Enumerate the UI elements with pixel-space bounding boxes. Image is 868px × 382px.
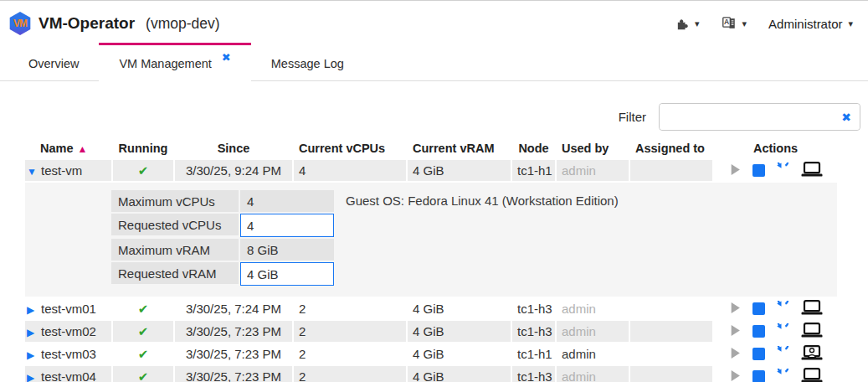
stop-icon [752,370,765,382]
filter-label: Filter [619,110,646,124]
stop-button[interactable] [752,325,765,338]
stop-button[interactable] [752,370,765,382]
assigned-to-value [630,366,712,382]
tab-message-log[interactable]: Message Log [251,43,364,81]
expand-icon[interactable]: ▶ [27,304,41,316]
table-row: ▶test-vm04 ✔ 3/30/25, 7:23 PM 2 4 GiB tc… [25,366,837,382]
column-header-used-by[interactable]: Used by [557,138,629,158]
column-header-node[interactable]: Node [512,138,555,158]
expand-icon[interactable]: ▶ [27,372,41,382]
used-by-value: admin [557,321,629,342]
vcpus-value: 4 [294,160,406,181]
stop-button[interactable] [752,302,765,315]
sort-ascending-icon: ▲ [78,143,88,155]
expand-icon[interactable]: ▶ [27,327,41,338]
caret-down-icon: ▾ [695,18,700,29]
app-title: VM-Operator [39,14,135,33]
expand-icon[interactable]: ▶ [27,349,41,361]
vm-management-panel: Filter ✖ Name▲ Running Since Cur [0,103,868,382]
console-button[interactable] [801,300,823,317]
tab-vm-management[interactable]: VM Management ✖ [99,43,250,81]
reset-icon [776,369,790,382]
since-value: 3/30/25, 7:24 PM [175,298,292,319]
reset-icon [776,346,790,363]
vcpus-value: 2 [294,343,406,364]
reset-button[interactable] [776,163,790,179]
table-header-row: Name▲ Running Since Current vCPUs Curren… [25,138,837,158]
filter-box: ✖ [659,103,860,131]
console-button[interactable] [801,368,823,382]
stop-icon [752,348,765,360]
caret-down-icon: ▾ [848,18,853,29]
since-value: 3/30/25, 7:23 PM [175,343,292,364]
guest-os-label: Guest OS: Fedora Linux 41 (Workstation E… [346,194,619,208]
play-icon [729,163,742,178]
tab-overview-label: Overview [28,57,79,70]
running-check-icon: ✔ [138,369,149,382]
column-header-running[interactable]: Running [113,138,173,158]
requested-vcpus-input[interactable] [240,214,334,237]
clear-icon[interactable]: ✖ [841,111,851,123]
tab-overview[interactable]: Overview [8,43,99,81]
caret-down-icon: ▾ [742,18,747,29]
play-icon [729,369,742,382]
reset-button[interactable] [776,346,790,363]
language-menu[interactable]: A ▾ [722,16,747,31]
start-button[interactable] [729,302,742,317]
used-by-value: admin [557,343,629,364]
console-icon [801,300,823,317]
console-user-icon [801,345,823,363]
reset-button[interactable] [776,301,790,317]
running-check-icon: ✔ [138,324,149,338]
column-header-since[interactable]: Since [175,138,292,158]
stop-button[interactable] [752,348,765,360]
start-button[interactable] [729,324,742,339]
app-logo-icon: VM [8,12,32,35]
node-value: tc1-h1 [512,160,555,181]
close-icon[interactable]: ✖ [222,51,231,64]
reset-icon [776,323,790,340]
vm-detail-row: Maximum vCPUs 4 Requested vCPUs Maximum … [25,183,837,297]
table-row: ▶test-vm03 ✔ 3/30/25, 7:23 PM 2 4 GiB tc… [25,343,837,364]
column-header-current-vcpus[interactable]: Current vCPUs [294,138,406,158]
column-header-name[interactable]: Name▲ [25,138,111,158]
user-menu[interactable]: Administrator ▾ [768,17,853,31]
vm-name: test-vm01 [41,302,96,316]
node-value: tc1-h3 [512,366,555,382]
start-button[interactable] [729,347,742,362]
reset-icon [776,301,790,317]
reset-button[interactable] [776,369,790,382]
requested-vram-input[interactable] [240,262,334,286]
assigned-to-value [630,160,712,181]
app-window: VM VM-Operator (vmop-dev) ▾ [0,0,868,382]
table-row: ▶test-vm01 ✔ 3/30/25, 7:24 PM 2 4 GiB tc… [25,298,837,319]
vcpus-value: 2 [294,321,406,342]
console-button[interactable] [801,345,823,363]
since-value: 3/30/25, 9:24 PM [175,160,292,181]
vm-name: test-vm03 [41,347,96,361]
console-button[interactable] [801,162,823,179]
collapse-icon[interactable]: ▼ [27,166,41,178]
tab-vm-management-label: VM Management [119,57,211,70]
stop-icon [752,325,765,338]
assigned-to-value [630,321,712,342]
start-button[interactable] [729,163,742,178]
start-button[interactable] [729,369,742,382]
filter-input[interactable] [660,104,860,130]
console-icon [801,162,823,179]
console-icon [801,368,823,382]
vram-value: 4 GiB [408,160,511,181]
components-menu[interactable]: ▾ [675,17,700,31]
vram-value: 4 GiB [408,298,511,319]
column-header-current-vram[interactable]: Current vRAM [408,138,511,158]
filter-row: Filter ✖ [0,103,860,131]
since-value: 3/30/25, 7:23 PM [175,321,292,342]
console-button[interactable] [801,323,823,340]
vcpus-value: 2 [294,366,406,382]
stop-button[interactable] [752,164,765,177]
puzzle-icon [675,17,689,31]
used-by-value: admin [557,298,629,319]
column-header-assigned-to[interactable]: Assigned to [630,138,712,158]
reset-button[interactable] [776,323,790,340]
node-value: tc1-h3 [512,298,555,319]
